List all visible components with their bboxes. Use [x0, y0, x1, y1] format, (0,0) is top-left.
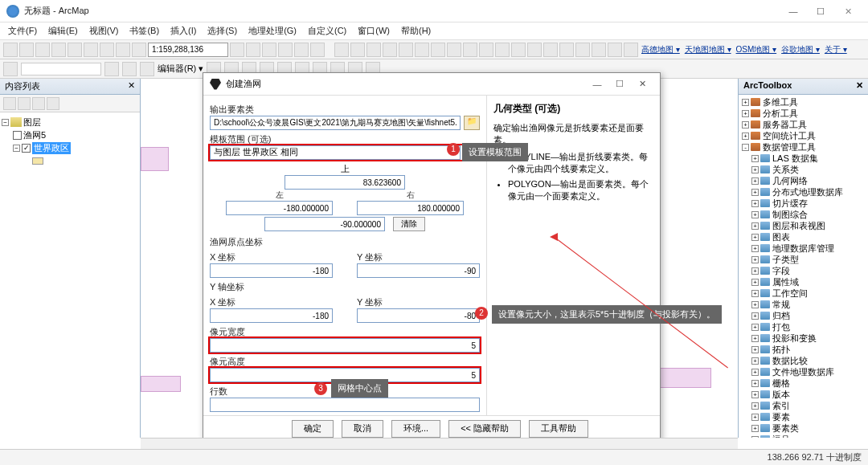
toolbox-item[interactable]: +打包 [740, 321, 866, 332]
expand-icon[interactable]: + [751, 380, 759, 387]
tb-icon-c[interactable] [262, 43, 276, 57]
right-input[interactable] [357, 201, 464, 215]
toolbox-item[interactable]: +分布式地理数据库 [740, 186, 866, 198]
expand-icon[interactable]: + [751, 234, 759, 241]
redo-icon[interactable] [132, 43, 146, 57]
menu-window[interactable]: 窗口(W) [353, 23, 395, 39]
editor-menu[interactable]: 编辑器(R) ▾ [158, 63, 203, 75]
top-input[interactable] [285, 175, 405, 190]
expand-icon[interactable]: + [751, 301, 759, 308]
clear-sel-icon[interactable] [479, 43, 493, 57]
expand-icon[interactable]: + [742, 121, 749, 128]
expand-icon[interactable]: + [751, 312, 759, 320]
toolbox-item[interactable]: +关系类 [740, 164, 866, 175]
expand-icon[interactable]: + [751, 324, 759, 331]
forward-icon[interactable] [447, 43, 461, 57]
origin-y-input[interactable] [357, 263, 480, 278]
dialog-minimize-button[interactable]: — [586, 80, 608, 89]
menu-edit[interactable]: 编辑(E) [43, 23, 83, 39]
expand-icon[interactable]: + [751, 245, 759, 252]
catalog-icon[interactable] [608, 43, 622, 57]
menu-bookmark[interactable]: 书签(B) [125, 23, 164, 39]
scale-combo[interactable]: 1:159,288,136 [148, 43, 228, 57]
ok-button[interactable]: 确定 [292, 420, 334, 438]
expand-icon[interactable]: + [751, 425, 759, 432]
time-icon[interactable] [575, 43, 590, 57]
expand-icon[interactable]: + [751, 402, 759, 410]
toc-root-label[interactable]: 图层 [23, 116, 41, 128]
back-icon[interactable] [431, 43, 445, 57]
zoomin-icon[interactable] [334, 43, 349, 57]
expand-icon[interactable]: - [742, 144, 749, 151]
undo-icon[interactable] [116, 43, 130, 57]
expand-icon[interactable]: + [751, 414, 759, 421]
expand-icon[interactable]: + [751, 211, 759, 218]
expand-icon[interactable]: + [751, 279, 759, 286]
dialog-close-button[interactable]: ✕ [631, 79, 653, 89]
toolbox-item[interactable]: +文件地理数据库 [740, 366, 866, 377]
expand-icon[interactable]: + [751, 200, 759, 207]
layer1-label[interactable]: 渔网5 [23, 129, 46, 141]
toolbox-item[interactable]: +版本 [740, 389, 866, 400]
toolbox-item[interactable]: +空间统计工具 [740, 130, 866, 141]
tb2-b[interactable] [104, 62, 119, 76]
expand-icon[interactable]: + [751, 369, 759, 376]
menu-insert[interactable]: 插入(I) [166, 23, 201, 39]
expand-icon[interactable]: + [742, 133, 749, 140]
expand-icon[interactable]: + [751, 222, 759, 230]
toolbox-icon[interactable] [592, 43, 606, 57]
fullextent-icon[interactable] [383, 43, 397, 57]
expand-icon[interactable]: + [751, 335, 759, 342]
dialog-maximize-button[interactable]: ☐ [608, 79, 631, 89]
expand-icon[interactable]: + [751, 155, 759, 162]
toolbox-item[interactable]: +LAS 数据集 [740, 153, 866, 164]
toolbox-item[interactable]: +图层和表视图 [740, 220, 866, 231]
toolbox-item[interactable]: +投影和变换 [740, 332, 866, 344]
yaxis-y-input[interactable] [357, 308, 480, 323]
expand-icon[interactable]: + [751, 391, 759, 398]
toolbox-item[interactable]: +字段 [740, 265, 866, 276]
expand-icon[interactable]: + [751, 290, 759, 297]
expand-icon[interactable]: + [742, 110, 749, 117]
toolbox-item[interactable]: +多维工具 [740, 96, 866, 108]
toolbox-item[interactable]: +制图综合 [740, 209, 866, 220]
menu-file[interactable]: 文件(F) [3, 23, 42, 39]
origin-x-input[interactable] [210, 263, 333, 278]
print-icon[interactable] [51, 43, 66, 57]
tb2-combo[interactable] [21, 63, 101, 75]
toolbox-item[interactable]: +拓扑 [740, 344, 866, 355]
tb2-d[interactable] [140, 62, 154, 76]
toc-close-icon[interactable]: ✕ [128, 80, 135, 92]
toolbox-item[interactable]: +常规 [740, 299, 866, 310]
toolbox-item[interactable]: +数据比较 [740, 355, 866, 366]
link-gaode[interactable]: 高德地图 ▾ [640, 44, 682, 55]
collapse-icon[interactable]: − [2, 119, 9, 126]
clear-button[interactable]: 清除 [393, 217, 425, 231]
search-icon[interactable] [624, 43, 638, 57]
bottom-input[interactable] [264, 217, 385, 231]
zoomout-icon[interactable] [350, 43, 365, 57]
html-icon[interactable] [559, 43, 574, 57]
toc-sel-icon[interactable] [47, 97, 59, 110]
expand-icon[interactable]: + [751, 346, 759, 353]
toolbox-item[interactable]: -数据管理工具 [740, 141, 866, 153]
copy-icon[interactable] [84, 43, 98, 57]
toolbox-item[interactable]: +属性域 [740, 276, 866, 288]
tb-icon-e[interactable] [294, 43, 309, 57]
menu-geoprocessing[interactable]: 地理处理(G) [244, 23, 301, 39]
template-combo[interactable]: 与图层 世界政区 相同 [210, 145, 461, 160]
left-input[interactable] [226, 201, 333, 215]
tb-icon-f[interactable] [310, 43, 325, 57]
cut-icon[interactable] [68, 43, 82, 57]
menu-view[interactable]: 视图(V) [84, 23, 124, 39]
map-scrollbar-h[interactable] [141, 438, 738, 449]
cellwidth-input[interactable] [210, 338, 480, 353]
toc-list-icon[interactable] [3, 97, 16, 110]
expand-icon[interactable]: + [751, 436, 759, 438]
tb2-a[interactable] [3, 62, 18, 76]
pan-icon[interactable] [366, 43, 381, 57]
browse-output-button[interactable]: 📁 [464, 116, 480, 130]
tb-icon-a[interactable] [230, 43, 244, 57]
layer2-swatch[interactable] [32, 157, 43, 165]
open-icon[interactable] [19, 43, 34, 57]
